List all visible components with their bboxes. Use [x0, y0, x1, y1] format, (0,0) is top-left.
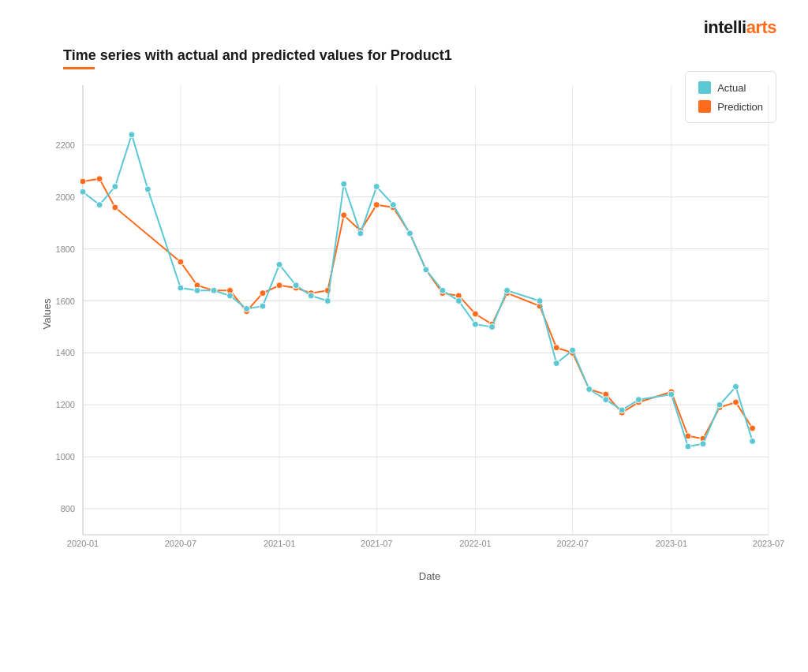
svg-point-43 [276, 282, 282, 289]
svg-point-97 [537, 298, 543, 304]
svg-point-87 [357, 230, 364, 237]
svg-point-86 [341, 181, 347, 187]
page: intelliarts Time series with actual and … [0, 0, 808, 672]
svg-point-69 [732, 399, 739, 405]
svg-point-84 [308, 293, 314, 299]
svg-point-35 [96, 176, 103, 182]
svg-point-91 [423, 267, 429, 273]
svg-text:2000: 2000 [56, 192, 75, 202]
svg-point-42 [260, 290, 266, 297]
svg-text:2021-01: 2021-01 [264, 539, 295, 548]
svg-point-105 [685, 443, 691, 450]
svg-point-81 [260, 303, 266, 309]
svg-text:2022-07: 2022-07 [556, 539, 588, 548]
svg-point-77 [194, 287, 200, 293]
svg-point-95 [489, 323, 496, 330]
svg-point-59 [553, 345, 559, 351]
svg-point-106 [700, 441, 706, 447]
svg-point-101 [603, 397, 609, 403]
svg-text:2200: 2200 [56, 140, 75, 150]
svg-point-73 [112, 184, 118, 190]
svg-point-79 [226, 293, 233, 299]
svg-text:2023-01: 2023-01 [656, 539, 687, 548]
svg-text:800: 800 [61, 504, 75, 513]
svg-point-94 [472, 321, 478, 327]
svg-point-96 [504, 287, 511, 293]
svg-point-78 [211, 287, 217, 293]
svg-point-100 [586, 386, 593, 393]
svg-point-82 [276, 261, 282, 267]
x-axis-label: Date [419, 570, 440, 582]
svg-point-34 [80, 178, 86, 185]
svg-point-108 [732, 383, 739, 390]
svg-point-99 [570, 347, 576, 353]
logo-suffix: arts [746, 17, 776, 37]
y-axis-label: Values [41, 299, 53, 330]
chart-svg: 80010001200140016001800200022002020-0120… [75, 85, 784, 543]
title-underline [63, 67, 95, 69]
svg-point-107 [716, 401, 723, 408]
svg-point-55 [472, 311, 478, 317]
chart-container: Time series with actual and predicted va… [24, 47, 792, 648]
svg-point-36 [112, 204, 118, 211]
svg-point-70 [750, 425, 756, 431]
svg-point-93 [455, 298, 462, 304]
svg-text:2020-07: 2020-07 [165, 539, 196, 548]
svg-point-71 [80, 189, 86, 195]
svg-point-89 [390, 202, 396, 208]
chart-title: Time series with actual and predicted va… [63, 47, 792, 64]
svg-point-47 [341, 212, 347, 218]
svg-point-74 [129, 132, 135, 138]
svg-text:1800: 1800 [56, 245, 75, 254]
svg-point-72 [96, 202, 103, 208]
svg-point-85 [324, 298, 331, 304]
svg-point-49 [373, 202, 380, 208]
svg-point-83 [293, 282, 299, 289]
svg-point-75 [144, 186, 151, 192]
svg-point-102 [619, 407, 625, 413]
svg-text:1200: 1200 [56, 400, 75, 409]
svg-text:1400: 1400 [56, 348, 75, 357]
svg-point-90 [406, 230, 413, 237]
svg-text:2023-07: 2023-07 [753, 539, 784, 548]
svg-point-76 [178, 285, 184, 291]
svg-point-37 [178, 259, 184, 265]
logo: intelliarts [704, 17, 776, 38]
svg-text:2020-01: 2020-01 [67, 539, 99, 548]
svg-text:2022-01: 2022-01 [459, 539, 491, 548]
svg-text:2021-07: 2021-07 [361, 539, 392, 548]
svg-point-92 [440, 287, 446, 293]
svg-point-109 [750, 438, 756, 444]
svg-point-80 [244, 305, 250, 312]
svg-text:1600: 1600 [56, 297, 75, 306]
svg-point-104 [668, 391, 675, 398]
svg-point-103 [635, 397, 642, 403]
svg-point-98 [553, 360, 559, 367]
chart-area: Values Date 8001000120014001600180020002… [75, 85, 784, 543]
svg-point-88 [373, 184, 380, 190]
svg-text:1000: 1000 [56, 452, 75, 461]
logo-prefix: intelli [704, 17, 746, 37]
